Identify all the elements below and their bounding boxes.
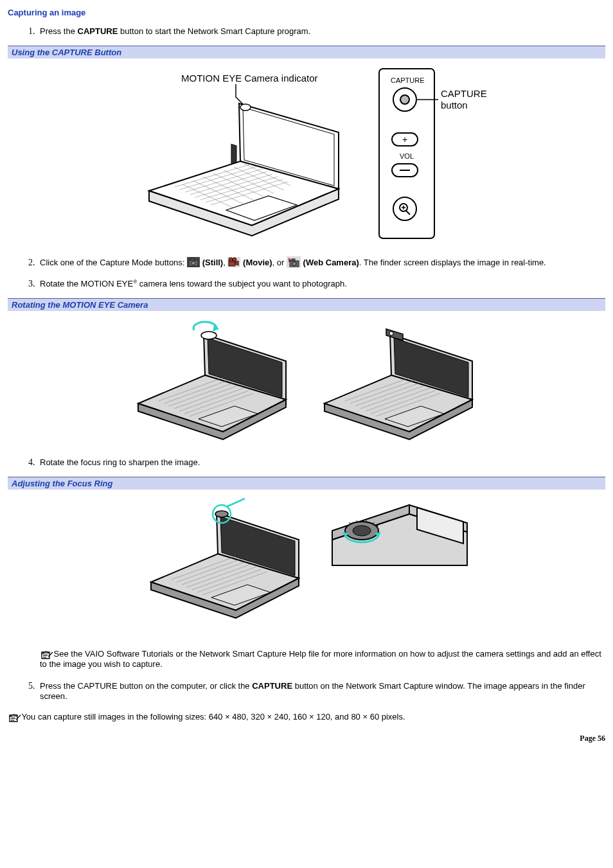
svg-point-6 (191, 261, 195, 265)
step4-text: Rotate the focus ring to sharpen the ima… (40, 457, 200, 467)
caption-rotating-camera: Rotating the MOTION EYE Camera (8, 298, 605, 311)
step5-capture-word: CAPTURE (252, 681, 292, 691)
figure-capture-button: MOTION EYE Camera indicator CAPTURE (8, 64, 605, 244)
laptop-rotate-before (127, 316, 300, 445)
page-number: Page 56 (8, 734, 605, 743)
svg-point-9 (229, 258, 233, 261)
callout-line (236, 84, 245, 106)
zoom-button-outer (393, 197, 416, 220)
step2-text-a: Click one of the Capture Mode buttons: (40, 258, 187, 267)
svg-point-17 (215, 511, 228, 517)
step4-note-text: See the VAIO Software Tutorials or the N… (40, 649, 601, 669)
capture-button-label-line1: CAPTURE (441, 88, 487, 99)
svg-point-0 (240, 104, 251, 111)
laptop-focus-left (139, 495, 313, 630)
step-1: Press the CAPTURE button to start the Ne… (37, 26, 605, 37)
figure-rotating-camera (8, 316, 605, 445)
step2-sep1: , (223, 258, 227, 267)
svg-point-15 (201, 332, 217, 339)
caption-focus-ring: Adjusting the Focus Ring (8, 477, 605, 490)
step-5: Press the CAPTURE button on the computer… (37, 681, 605, 702)
bottom-note-text: You can capture still images in the foll… (19, 712, 405, 722)
svg-rect-13 (292, 259, 295, 261)
bottom-note: You can capture still images in the foll… (8, 712, 605, 722)
step-2: Click one of the Capture Mode buttons: (… (37, 256, 605, 270)
caption-capture-button: Using the CAPTURE Button (8, 46, 605, 58)
step3-text-a: Rotate the MOTION EYE (40, 279, 133, 288)
svg-point-16 (389, 332, 393, 335)
note-icon (8, 713, 19, 722)
still-mode-icon (187, 257, 200, 269)
svg-point-14 (292, 262, 296, 266)
panel-capture-label-top: CAPTURE (391, 76, 425, 84)
movie-label: (Movie) (243, 258, 272, 267)
step2-tail: . The finder screen displays the image i… (359, 258, 546, 267)
svg-point-19 (353, 526, 371, 536)
step3-text-b: camera lens toward the subject you want … (137, 279, 347, 288)
web-camera-mode-icon (287, 256, 301, 270)
step-4: Rotate the focus ring to sharpen the ima… (37, 457, 605, 468)
still-label: (Still) (202, 258, 224, 267)
focus-ring-closeup (326, 495, 474, 598)
note-icon (40, 650, 51, 659)
movie-mode-icon (227, 257, 240, 269)
capture-button-inner (400, 95, 409, 104)
indicator-label: MOTION EYE Camera indicator (181, 73, 318, 84)
step-3: Rotate the MOTION EYE® camera lens towar… (37, 279, 605, 289)
svg-rect-5 (191, 258, 194, 260)
figure-focus-ring (8, 495, 605, 630)
step2-sep2: , or (272, 258, 287, 267)
web-camera-label: (Web Camera) (303, 258, 359, 267)
motion-eye-indicator (231, 144, 236, 164)
laptop-rotate-after (313, 316, 486, 445)
plus-icon: + (402, 134, 407, 145)
capture-button-label-line2: button (441, 100, 468, 111)
step5-text-a: Press the CAPTURE button on the computer… (40, 681, 252, 691)
step1-text-a: Press the (40, 26, 78, 36)
svg-point-10 (233, 258, 236, 261)
step1-capture-word: CAPTURE (78, 26, 118, 36)
step1-text-c: button to start the Network Smart Captur… (118, 26, 310, 36)
section-title: Capturing an image (8, 8, 605, 17)
vol-label: VOL (400, 152, 414, 160)
